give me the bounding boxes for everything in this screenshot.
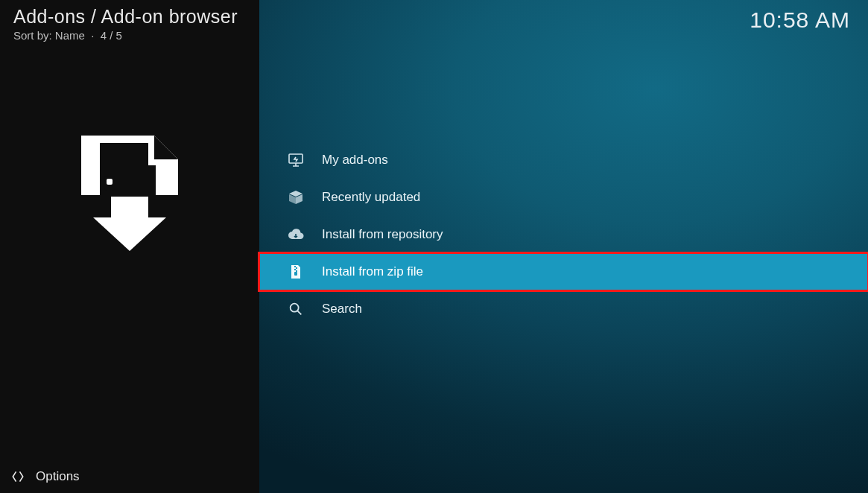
- zip-download-icon: [66, 128, 193, 258]
- sidebar: Add-ons / Add-on browser Sort by: Name ·…: [0, 0, 259, 493]
- svg-rect-8: [294, 266, 296, 267]
- header: Add-ons / Add-on browser Sort by: Name ·…: [0, 0, 259, 46]
- clock: 10:58 AM: [750, 7, 850, 33]
- svg-rect-11: [296, 270, 297, 272]
- svg-rect-10: [294, 269, 296, 270]
- svg-rect-0: [104, 144, 111, 150]
- options-label: Options: [36, 469, 80, 484]
- svg-rect-4: [104, 168, 111, 174]
- content: 10:58 AM My add-ons: [259, 0, 868, 493]
- menu-item-label: Install from repository: [322, 227, 443, 242]
- monitor-icon: [286, 150, 305, 170]
- menu-item-my-addons[interactable]: My add-ons: [259, 141, 868, 179]
- svg-rect-1: [108, 150, 115, 156]
- sort-info: Sort by: Name · 4 / 5: [13, 29, 246, 42]
- search-icon: [286, 299, 305, 319]
- menu-item-label: Install from zip file: [322, 264, 423, 279]
- svg-rect-6: [107, 179, 113, 185]
- menu-item-recently-updated[interactable]: Recently updated: [259, 179, 868, 216]
- menu-item-label: My add-ons: [322, 153, 388, 168]
- zip-file-icon: [286, 262, 305, 282]
- svg-rect-9: [296, 267, 297, 269]
- menu-item-install-from-repository[interactable]: Install from repository: [259, 216, 868, 253]
- menu-item-label: Recently updated: [322, 190, 420, 205]
- svg-point-13: [291, 304, 299, 312]
- open-box-icon: [286, 188, 305, 207]
- svg-rect-7: [289, 154, 302, 163]
- options-icon: [10, 469, 25, 484]
- sidebar-art: [0, 46, 259, 493]
- menu-item-install-from-zip-file[interactable]: Install from zip file: [259, 253, 868, 290]
- options-button[interactable]: Options: [10, 469, 80, 484]
- addon-menu: My add-ons Recently updated: [259, 141, 868, 328]
- menu-item-label: Search: [322, 302, 362, 317]
- svg-rect-12: [294, 272, 297, 276]
- svg-rect-2: [104, 156, 111, 162]
- menu-item-search[interactable]: Search: [259, 290, 868, 328]
- breadcrumb: Add-ons / Add-on browser: [13, 6, 246, 28]
- item-position: 4 / 5: [101, 29, 122, 42]
- sort-prefix: Sort by:: [13, 29, 52, 42]
- cloud-download-icon: [286, 225, 305, 244]
- sort-value: Name: [55, 29, 85, 42]
- svg-rect-3: [108, 162, 115, 168]
